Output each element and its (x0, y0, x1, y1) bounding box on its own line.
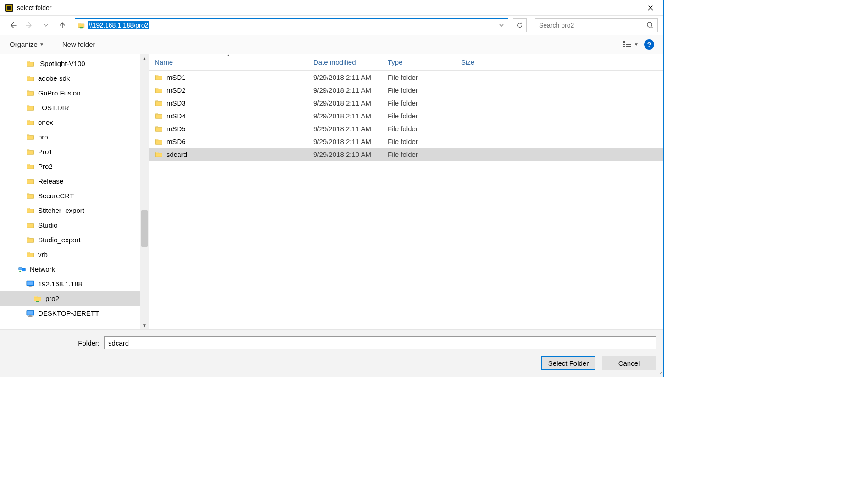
select-folder-button[interactable]: Select Folder (541, 356, 595, 370)
organize-button[interactable]: Organize ▼ (10, 40, 44, 48)
tree-item-label: pro (38, 133, 48, 141)
tree-item[interactable]: Release (0, 173, 149, 188)
folder-icon (26, 162, 34, 170)
file-row[interactable]: mSD39/29/2018 2:11 AMFile folder (149, 96, 663, 109)
tree-item-label: onex (38, 118, 53, 126)
close-button[interactable] (641, 1, 660, 14)
folder-icon (155, 112, 163, 120)
tree-item[interactable]: Pro1 (0, 144, 149, 159)
view-mode-button[interactable]: ▼ (622, 41, 639, 48)
titlebar: select folder (0, 0, 663, 16)
tree-item[interactable]: adobe sdk (0, 71, 149, 85)
file-row[interactable]: mSD19/29/2018 2:11 AMFile folder (149, 71, 663, 84)
tree-item[interactable]: 192.168.1.188 (0, 276, 149, 291)
tree-item[interactable]: onex (0, 115, 149, 129)
tree-item-label: Release (38, 177, 63, 185)
resize-grip[interactable] (656, 369, 662, 376)
folder-icon (26, 221, 34, 229)
svg-rect-11 (623, 44, 625, 45)
bottom-bar: Folder: Select Folder Cancel (0, 329, 663, 377)
file-date: 9/29/2018 2:11 AM (308, 86, 382, 94)
refresh-button[interactable] (513, 18, 527, 32)
tree-item[interactable]: Stitcher_export (0, 203, 149, 218)
scroll-thumb[interactable] (141, 210, 148, 247)
folder-icon (26, 103, 34, 112)
folder-icon (155, 150, 163, 158)
folder-icon (155, 99, 163, 107)
column-date[interactable]: Date modified (308, 54, 382, 70)
address-dropdown[interactable] (497, 22, 506, 28)
help-button[interactable]: ? (644, 39, 654, 50)
network-icon (18, 265, 26, 273)
arrow-up-icon (59, 22, 66, 29)
new-folder-label: New folder (62, 40, 95, 48)
svg-point-8 (647, 22, 652, 27)
tree-item[interactable]: Studio (0, 218, 149, 232)
file-name: mSD4 (167, 112, 186, 120)
tree-item[interactable]: Studio_export (0, 232, 149, 247)
tree-item-label: GoPro Fusion (38, 89, 81, 97)
recent-dropdown[interactable] (39, 18, 53, 32)
file-row[interactable]: mSD59/29/2018 2:11 AMFile folder (149, 122, 663, 135)
sort-asc-icon: ▲ (226, 54, 231, 57)
file-type: File folder (382, 138, 456, 145)
file-row[interactable]: mSD29/29/2018 2:11 AMFile folder (149, 84, 663, 96)
folder-icon (26, 250, 34, 258)
tree-item[interactable]: pro (0, 129, 149, 144)
arrow-left-icon (9, 22, 17, 29)
tree-item[interactable]: SecureCRT (0, 188, 149, 203)
refresh-icon (517, 22, 523, 28)
navigation-bar: \\192.168.1.188\pro2 (0, 16, 663, 35)
tree-item[interactable]: vrb (0, 247, 149, 262)
column-size[interactable]: Size (456, 54, 501, 70)
tree-item[interactable]: pro2 (0, 291, 149, 306)
chevron-down-icon (499, 22, 504, 28)
scroll-up-icon[interactable]: ▲ (140, 54, 149, 62)
scroll-down-icon[interactable]: ▼ (140, 321, 149, 329)
tree-item[interactable]: DESKTOP-JERETT (0, 306, 149, 320)
sidebar-scrollbar[interactable]: ▲ ▼ (140, 54, 149, 329)
window-title: select folder (17, 4, 51, 11)
folder-icon (26, 191, 34, 200)
new-folder-button[interactable]: New folder (62, 40, 95, 48)
folder-icon (155, 124, 163, 133)
file-row[interactable]: mSD69/29/2018 2:11 AMFile folder (149, 135, 663, 148)
folder-icon (26, 59, 34, 67)
svg-rect-9 (623, 41, 625, 43)
folder-input[interactable] (104, 336, 656, 349)
monitor-icon (26, 309, 34, 317)
up-button[interactable] (56, 18, 69, 32)
file-row[interactable]: sdcard9/29/2018 2:10 AMFile folder (149, 148, 663, 161)
monitor-icon (26, 279, 34, 288)
folder-icon (155, 86, 163, 94)
tree-item-label: 192.168.1.188 (38, 280, 82, 288)
file-name: mSD6 (167, 138, 186, 145)
svg-rect-12 (626, 44, 631, 45)
search-input[interactable] (539, 22, 646, 29)
back-button[interactable] (6, 18, 20, 32)
tree-item[interactable]: Network (0, 262, 149, 276)
column-type[interactable]: Type (382, 54, 456, 70)
file-type: File folder (382, 151, 456, 158)
tree-item[interactable]: LOST.DIR (0, 100, 149, 115)
search-box[interactable] (535, 18, 658, 32)
tree-item[interactable]: GoPro Fusion (0, 85, 149, 100)
file-date: 9/29/2018 2:11 AM (308, 99, 382, 107)
cancel-button[interactable]: Cancel (602, 356, 656, 370)
file-row[interactable]: mSD49/29/2018 2:11 AMFile folder (149, 109, 663, 122)
file-list: Name ▲ Date modified Type Size mSD19/29/… (149, 54, 663, 329)
netfolder-icon (77, 21, 85, 29)
tree-item-label: SecureCRT (38, 192, 74, 200)
folder-icon (26, 89, 34, 97)
tree-item-label: Pro2 (38, 162, 53, 170)
tree-item[interactable]: Pro2 (0, 159, 149, 173)
address-bar[interactable]: \\192.168.1.188\pro2 (75, 18, 508, 32)
file-type: File folder (382, 86, 456, 94)
column-name[interactable]: Name ▲ (149, 54, 308, 70)
tree-item[interactable]: .Spotlight-V100 (0, 56, 149, 71)
chevron-down-icon (43, 22, 49, 28)
caret-down-icon: ▼ (634, 42, 639, 47)
file-name: mSD5 (167, 125, 186, 133)
folder-icon (26, 118, 34, 126)
forward-button[interactable] (22, 18, 36, 32)
